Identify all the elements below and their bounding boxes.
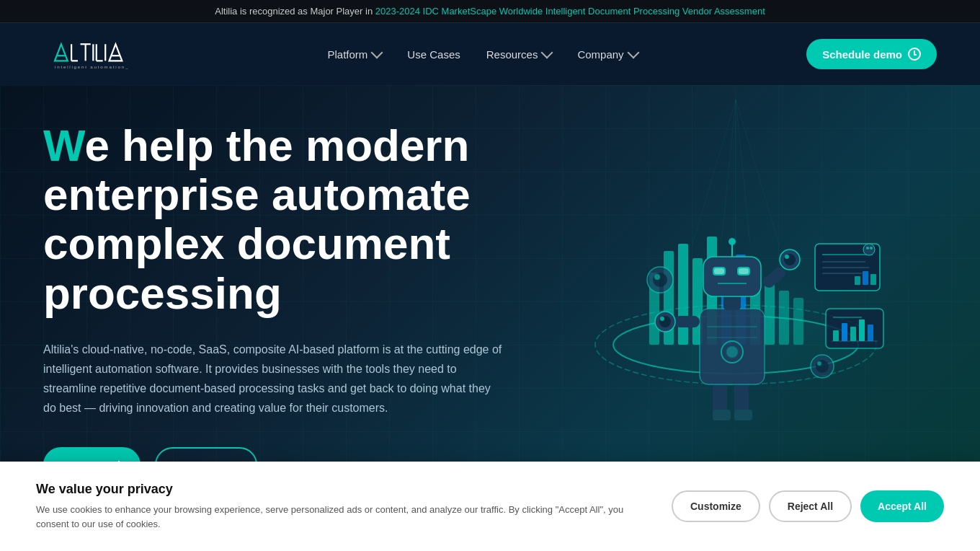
svg-rect-61 [870, 274, 876, 285]
svg-point-64 [870, 247, 873, 250]
hero-description: Altilia's cloud-native, no-code, SaaS, c… [43, 340, 504, 418]
nav-link-company[interactable]: Company [577, 48, 637, 61]
logo-svg: intelligent automation_ [43, 36, 159, 72]
nav-links: Platform Use Cases Resources Company [328, 48, 638, 61]
svg-text:intelligent automation_: intelligent automation_ [55, 64, 129, 69]
hero-title: We help the modern enterprise automate c… [43, 121, 535, 318]
svg-rect-66 [833, 330, 839, 341]
clock-icon [908, 48, 921, 61]
nav-link-resources[interactable]: Resources [486, 48, 552, 61]
svg-rect-46 [703, 257, 761, 296]
svg-marker-10 [110, 44, 122, 61]
nav-item-resources[interactable]: Resources [486, 48, 552, 61]
svg-rect-67 [842, 323, 847, 341]
svg-point-77 [816, 360, 829, 373]
svg-point-40 [660, 317, 664, 321]
cookie-description: We use cookies to enhance your browsing … [36, 503, 650, 531]
svg-rect-24 [765, 280, 775, 345]
cookie-buttons: Customize Reject All Accept All [672, 490, 944, 522]
cookie-consent-banner: We value your privacy We use cookies to … [0, 462, 980, 551]
svg-point-74 [653, 273, 667, 287]
logo[interactable]: intelligent automation_ [43, 36, 159, 72]
hero-content: We help the modern enterprise automate c… [43, 100, 535, 482]
svg-point-78 [817, 361, 821, 366]
svg-rect-25 [779, 291, 789, 345]
svg-rect-49 [714, 268, 724, 274]
svg-rect-30 [713, 410, 731, 420]
svg-line-79 [692, 100, 736, 244]
customize-button[interactable]: Customize [672, 490, 760, 522]
svg-line-82 [736, 100, 750, 244]
navbar: intelligent automation_ Platform Use Cas… [0, 23, 980, 85]
hero-title-accent: W [43, 120, 84, 170]
hero-title-rest: e help the modern enterprise automate co… [43, 120, 471, 318]
svg-point-53 [729, 238, 736, 245]
hero-illustration [535, 100, 937, 475]
accept-all-button[interactable]: Accept All [860, 490, 944, 522]
hero-section: We help the modern enterprise automate c… [0, 85, 980, 518]
svg-point-75 [654, 274, 660, 280]
reject-all-button[interactable]: Reject All [769, 490, 852, 522]
svg-line-83 [736, 100, 779, 244]
nav-item-platform[interactable]: Platform [328, 48, 382, 61]
svg-marker-0 [55, 44, 68, 61]
svg-rect-31 [734, 410, 752, 420]
svg-rect-69 [859, 319, 865, 341]
svg-rect-37 [674, 316, 700, 327]
svg-point-63 [866, 247, 869, 250]
announcement-link[interactable]: 2023-2024 IDC MarketScape Worldwide Inte… [375, 6, 765, 17]
cookie-text: We value your privacy We use cookies to … [36, 482, 650, 531]
resources-chevron-icon [541, 47, 553, 59]
nav-item-company[interactable]: Company [577, 48, 637, 61]
company-chevron-icon [627, 47, 639, 59]
svg-line-80 [721, 100, 736, 244]
nav-item-usecases[interactable]: Use Cases [407, 48, 460, 61]
platform-chevron-icon [371, 47, 383, 59]
svg-rect-59 [855, 276, 860, 285]
svg-rect-18 [678, 244, 688, 345]
announcement-bar: Altilia is recognized as Major Player in… [0, 0, 980, 23]
schedule-demo-button[interactable]: Schedule demo [806, 39, 937, 69]
svg-point-62 [863, 244, 875, 255]
cookie-title: We value your privacy [36, 482, 650, 497]
announcement-prefix: Altilia is recognized as Major Player in [215, 6, 375, 17]
svg-rect-60 [863, 271, 868, 285]
svg-rect-50 [739, 268, 749, 274]
svg-point-44 [785, 255, 789, 259]
hero-robot-illustration [548, 100, 923, 475]
svg-rect-68 [850, 327, 856, 341]
nav-link-usecases[interactable]: Use Cases [407, 48, 460, 61]
svg-rect-70 [868, 325, 873, 341]
svg-rect-26 [793, 298, 803, 345]
nav-link-platform[interactable]: Platform [328, 48, 382, 61]
svg-point-36 [726, 346, 738, 358]
